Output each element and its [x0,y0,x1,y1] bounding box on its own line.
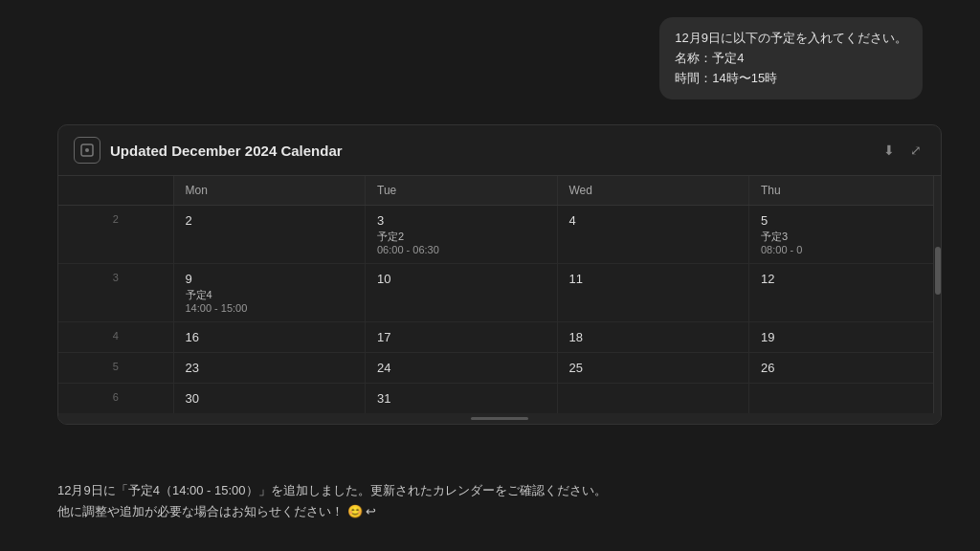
col-tue: Tue [366,176,558,206]
event-name: 予定4 [186,288,354,302]
chat-bubble: 12月9日に以下の予定を入れてください。 名称：予定4 時間：14時〜15時 [659,17,923,99]
table-row: 523242526 [58,353,941,384]
scroll-hint-bar [471,417,528,420]
scroll-hint [58,413,941,424]
week-header [58,176,173,206]
calendar-cell: 2 [173,206,366,264]
calendar-cell: 4 [557,206,749,264]
calendar-cell: 3予定206:00 - 06:30 [366,206,558,264]
day-number: 10 [377,272,546,286]
table-row: 223予定206:00 - 06:3045予定308:00 - 0 [58,206,941,264]
calendar-cell: 23 [173,353,366,384]
day-number: 16 [186,330,354,344]
event-time: 14:00 - 15:00 [186,302,354,314]
calendar-cell: 25 [557,353,749,384]
week-number: 6 [58,384,173,414]
bottom-line-1: 12月9日に「予定4（14:00 - 15:00）」を追加しました。更新されたカ… [57,480,923,501]
calendar-cell: 26 [749,353,942,384]
day-number: 26 [761,361,929,375]
day-number: 4 [569,213,738,228]
day-number: 30 [186,391,354,406]
calendar-cell: 12 [749,264,942,322]
chat-line-1: 12月9日に以下の予定を入れてください。 [675,31,907,45]
event-name: 予定2 [377,230,546,244]
main-content: Updated December 2024 Calendar ⬇ ⤢ Mon T… [57,124,942,425]
day-number: 3 [377,213,546,228]
calendar-cell: 19 [749,322,942,353]
day-number: 24 [377,361,546,375]
calendar-cell: 31 [366,384,558,414]
table-row: 63031 [58,384,941,414]
col-wed: Wed [557,176,749,206]
calendar-cell: 9予定414:00 - 15:00 [173,264,366,322]
calendar-cell: 16 [173,322,366,353]
week-number: 4 [58,322,173,353]
week-number: 3 [58,264,173,322]
calendar-cell: 5予定308:00 - 0 [749,206,942,264]
table-wrapper: Mon Tue Wed Thu 223予定206:00 - 06:3045予定3… [58,176,941,413]
day-number: 31 [377,391,546,406]
day-number: 9 [186,272,354,286]
day-number: 12 [761,272,929,286]
event-time: 06:00 - 06:30 [377,244,546,255]
day-number: 23 [186,361,354,375]
day-number: 19 [761,330,929,344]
table-row: 39予定414:00 - 15:00101112 [58,264,941,322]
card-header-left: Updated December 2024 Calendar [74,137,343,164]
calendar-cell: 10 [366,264,558,322]
calendar-table: Mon Tue Wed Thu 223予定206:00 - 06:3045予定3… [58,176,941,413]
chat-line-3: 時間：14時〜15時 [675,71,777,85]
calendar-card: Updated December 2024 Calendar ⬇ ⤢ Mon T… [57,124,942,425]
scroll-thumb [935,247,941,295]
col-mon: Mon [173,176,366,206]
download-button[interactable]: ⬇ [880,141,899,160]
calendar-cell [557,384,749,414]
svg-point-1 [85,148,89,152]
card-title: Updated December 2024 Calendar [110,143,343,159]
cube-icon [74,137,100,164]
col-thu: Thu [749,176,942,206]
scrollbar[interactable] [933,176,941,413]
calendar-cell: 24 [366,353,558,384]
bottom-text: 12月9日に「予定4（14:00 - 15:00）」を追加しました。更新されたカ… [57,480,923,522]
table-row: 416171819 [58,322,941,353]
week-number: 2 [58,206,173,264]
expand-button[interactable]: ⤢ [906,141,925,160]
calendar-cell: 30 [173,384,366,414]
card-header-right: ⬇ ⤢ [880,141,925,160]
week-number: 5 [58,353,173,384]
calendar-cell: 17 [366,322,558,353]
calendar-cell: 18 [557,322,749,353]
day-number: 17 [377,330,546,344]
bottom-line-2: 他に調整や追加が必要な場合はお知らせください！ 😊 ↩ [57,501,923,522]
chat-bubble-container: 12月9日に以下の予定を入れてください。 名称：予定4 時間：14時〜15時 [659,17,923,99]
day-number: 18 [569,330,738,344]
chat-line-2: 名称：予定4 [675,51,744,65]
calendar-cell [749,384,942,414]
day-number: 5 [761,213,929,228]
day-number: 11 [569,272,738,286]
event-name: 予定3 [761,230,929,244]
day-number: 25 [569,361,738,375]
event-time: 08:00 - 0 [761,244,929,255]
day-number: 2 [186,213,354,228]
card-header: Updated December 2024 Calendar ⬇ ⤢ [58,125,941,176]
calendar-cell: 11 [557,264,749,322]
